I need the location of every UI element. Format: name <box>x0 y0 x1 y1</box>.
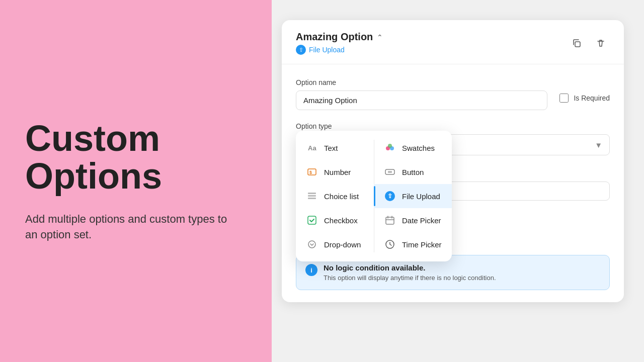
dropdown-item-choice-list[interactable]: Choice list <box>296 184 374 208</box>
dropdown-item-file-upload-label: File Upload <box>402 192 440 201</box>
swatches-icon <box>384 142 396 154</box>
option-type-badge-label: File Upload <box>309 46 345 54</box>
form-group-option-name: Option name <box>296 78 547 110</box>
svg-rect-6 <box>308 198 316 199</box>
option-body: Option name Is Required Option type ⇧ Fi… <box>282 64 624 167</box>
right-panel: Amazing Option ⌃ ⇧ File Upload <box>272 0 644 362</box>
dropdown-item-number-label: Number <box>324 168 351 176</box>
dropdown-item-dropdown[interactable]: Drop-down <box>296 232 374 256</box>
dropdown-item-dropdown-label: Drop-down <box>324 240 361 249</box>
info-banner-desc: This option will display anytime if ther… <box>324 274 496 282</box>
option-type-label: Option type <box>296 122 610 130</box>
dropdown-item-date-picker-label: Date Picker <box>402 216 441 225</box>
dropdown-item-checkbox-label: Checkbox <box>324 216 358 225</box>
svg-rect-14 <box>386 217 394 224</box>
choice-list-icon <box>306 190 318 202</box>
option-header-left: Amazing Option ⌃ ⇧ File Upload <box>296 31 383 55</box>
svg-point-11 <box>388 144 392 148</box>
dropdown-item-time-picker-label: Time Picker <box>402 240 442 249</box>
file-upload-icon-small: ⇧ <box>296 45 306 55</box>
page-subtitle: Add multiple options and custom types to… <box>25 212 242 243</box>
option-title-row: Amazing Option ⌃ <box>296 31 383 43</box>
dropdown-right-col: Swatches Button <box>374 136 452 256</box>
left-panel: Custom Options Add multiple options and … <box>0 0 272 362</box>
svg-rect-13 <box>388 171 392 173</box>
checkbox-group-required: Is Required <box>559 94 610 103</box>
svg-rect-0 <box>575 42 580 47</box>
dropdown-item-date-picker[interactable]: Date Picker <box>374 208 452 232</box>
chevron-up-icon[interactable]: ⌃ <box>377 33 383 41</box>
number-icon: $ <box>306 166 318 178</box>
svg-rect-7 <box>308 216 316 224</box>
checkbox-icon <box>306 214 318 226</box>
option-name-input[interactable] <box>296 90 547 110</box>
is-required-label[interactable]: Is Required <box>574 94 610 102</box>
dropdown-item-checkbox[interactable]: Checkbox <box>296 208 374 232</box>
main-card: Amazing Option ⌃ ⇧ File Upload <box>282 20 624 302</box>
date-picker-icon <box>384 214 396 226</box>
dropdown-item-time-picker[interactable]: Time Picker <box>374 232 452 256</box>
dropdown-icon <box>306 238 318 250</box>
dropdown-item-swatches[interactable]: Swatches <box>374 136 452 160</box>
svg-text:Aa: Aa <box>308 144 316 152</box>
option-title: Amazing Option <box>296 31 373 43</box>
delete-button[interactable] <box>592 34 610 52</box>
dropdown-item-file-upload[interactable]: ⇧ File Upload <box>374 184 452 208</box>
option-header: Amazing Option ⌃ ⇧ File Upload <box>282 20 624 64</box>
dropdown-left-col: Aa Text $ <box>296 136 374 256</box>
svg-rect-4 <box>308 193 316 194</box>
svg-point-8 <box>308 241 315 248</box>
svg-rect-5 <box>308 195 316 197</box>
page-title: Custom Options <box>25 120 242 196</box>
copy-button[interactable] <box>568 34 586 52</box>
info-banner-content: No logic condition available. This optio… <box>324 263 496 282</box>
option-name-label: Option name <box>296 78 547 86</box>
dropdown-item-text-label: Text <box>324 144 338 152</box>
text-icon: Aa <box>306 142 318 154</box>
option-type-badge: ⇧ File Upload <box>296 45 383 55</box>
dropdown-grid: Aa Text $ <box>296 136 452 256</box>
dropdown-item-choice-list-label: Choice list <box>324 192 359 201</box>
button-icon <box>384 166 396 178</box>
time-picker-icon <box>384 238 396 250</box>
file-upload-menu-icon: ⇧ <box>384 190 396 202</box>
svg-text:$: $ <box>309 170 312 175</box>
dropdown-item-button-label: Button <box>402 168 424 176</box>
dropdown-item-text[interactable]: Aa Text <box>296 136 374 160</box>
dropdown-item-swatches-label: Swatches <box>402 144 435 152</box>
chevron-down-icon: ▼ <box>595 141 602 149</box>
left-content: Custom Options Add multiple options and … <box>25 120 242 243</box>
option-header-actions <box>568 34 610 52</box>
is-required-checkbox[interactable] <box>559 94 569 103</box>
dropdown-item-number[interactable]: $ Number <box>296 160 374 184</box>
option-type-dropdown: Aa Text $ <box>296 131 452 261</box>
info-banner-title: No logic condition available. <box>324 263 496 272</box>
info-banner-icon: i <box>305 264 317 276</box>
form-row-name-required: Option name Is Required <box>296 78 610 110</box>
dropdown-item-button[interactable]: Button <box>374 160 452 184</box>
